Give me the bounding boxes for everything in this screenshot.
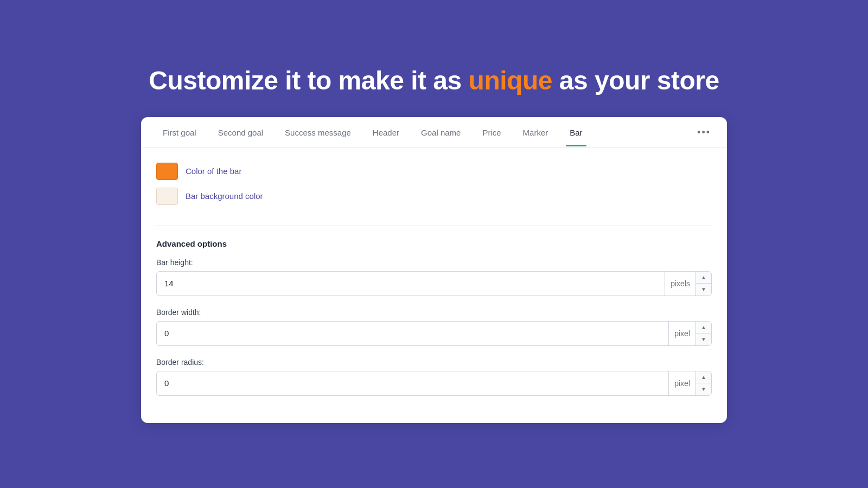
tab-second-goal[interactable]: Second goal <box>207 118 274 146</box>
headline: Customize it to make it as unique as you… <box>149 66 719 95</box>
bar-height-increment[interactable]: ▲ <box>696 272 711 284</box>
bar-height-stepper: ▲ ▼ <box>695 272 711 296</box>
bar-color-row: Color of the bar <box>156 163 712 180</box>
tab-more-button[interactable]: ••• <box>692 117 716 147</box>
border-radius-stepper: ▲ ▼ <box>695 371 711 395</box>
bg-color-label[interactable]: Bar background color <box>186 191 263 201</box>
tab-bar[interactable]: Bar <box>559 118 593 146</box>
border-radius-decrement[interactable]: ▼ <box>696 383 711 395</box>
border-width-decrement[interactable]: ▼ <box>696 333 711 345</box>
border-radius-increment[interactable]: ▲ <box>696 371 711 383</box>
bar-color-label[interactable]: Color of the bar <box>186 166 241 176</box>
bar-height-label: Bar height: <box>156 258 712 267</box>
border-width-stepper: ▲ ▼ <box>695 322 711 345</box>
tab-bar: First goal Second goal Success message H… <box>141 117 727 147</box>
border-width-increment[interactable]: ▲ <box>696 322 711 333</box>
headline-highlight: unique <box>469 66 552 95</box>
bar-height-input-row: pixels ▲ ▼ <box>156 271 712 296</box>
border-radius-input-row: pixel ▲ ▼ <box>156 371 712 396</box>
bar-height-input[interactable] <box>157 272 665 294</box>
color-section: Color of the bar Bar background color <box>156 163 712 226</box>
tab-first-goal[interactable]: First goal <box>152 118 207 146</box>
border-radius-input[interactable] <box>157 372 668 394</box>
tab-content: Color of the bar Bar background color Ad… <box>141 147 727 423</box>
border-width-label: Border width: <box>156 308 712 317</box>
bar-height-decrement[interactable]: ▼ <box>696 284 711 296</box>
border-width-unit: pixel <box>668 322 695 345</box>
border-width-input-row: pixel ▲ ▼ <box>156 321 712 346</box>
bar-color-swatch[interactable] <box>156 163 178 180</box>
bg-color-swatch[interactable] <box>156 188 178 205</box>
tab-goal-name[interactable]: Goal name <box>410 118 471 146</box>
advanced-title: Advanced options <box>156 239 712 248</box>
border-radius-label: Border radius: <box>156 358 712 367</box>
settings-card: First goal Second goal Success message H… <box>141 117 727 423</box>
bg-color-row: Bar background color <box>156 188 712 205</box>
headline-prefix: Customize it to make it as <box>149 66 468 95</box>
tab-marker[interactable]: Marker <box>512 118 559 146</box>
tab-success-message[interactable]: Success message <box>274 118 362 146</box>
tab-header[interactable]: Header <box>362 118 410 146</box>
headline-suffix: as your store <box>552 66 719 95</box>
bar-height-unit: pixels <box>665 272 695 296</box>
tab-price[interactable]: Price <box>471 118 512 146</box>
border-radius-unit: pixel <box>668 371 695 395</box>
border-width-input[interactable] <box>157 322 668 344</box>
advanced-options: Advanced options Bar height: pixels ▲ ▼ … <box>156 239 712 396</box>
